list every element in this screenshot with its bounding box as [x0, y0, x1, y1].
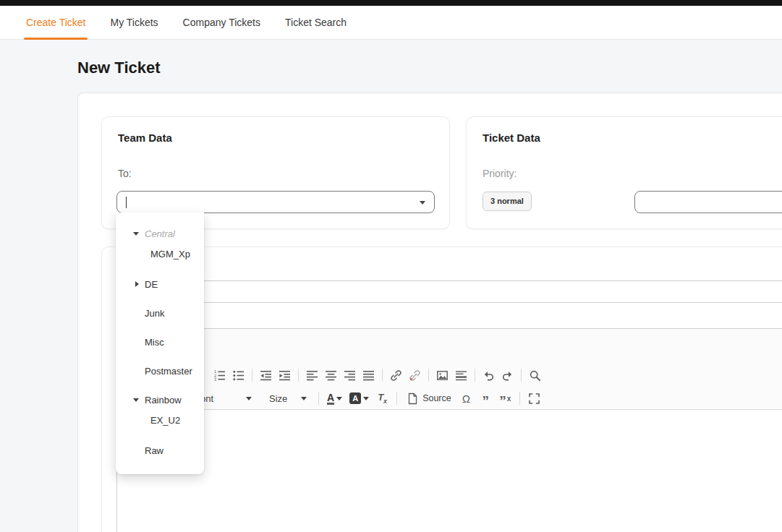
source-button[interactable]: Source — [403, 390, 455, 407]
main-nav: Create Ticket My Tickets Company Tickets… — [26, 6, 347, 39]
toolbar-separator — [298, 369, 299, 382]
maximize-icon[interactable] — [526, 390, 543, 407]
remove-quote-x: x — [507, 395, 511, 403]
redo-icon[interactable] — [499, 366, 516, 384]
remove-quote-button[interactable]: ”x — [497, 390, 514, 407]
text-color-icon: A — [327, 392, 334, 405]
remove-format-button[interactable]: Tx — [374, 390, 391, 407]
toolbar-separator — [521, 369, 522, 382]
toolbar-separator — [428, 369, 429, 382]
unlink-icon[interactable] — [407, 366, 423, 384]
background-color-button[interactable]: A — [347, 390, 371, 407]
outdent-icon[interactable] — [258, 366, 274, 384]
text-cursor — [126, 197, 127, 208]
tab-my-tickets[interactable]: My Tickets — [110, 17, 158, 28]
priority-value-chip[interactable]: 3 normal — [483, 192, 532, 211]
special-character-button[interactable]: Ω — [458, 390, 475, 407]
svg-text:3: 3 — [214, 377, 216, 381]
align-right-icon[interactable] — [341, 366, 358, 384]
bulleted-list-icon[interactable] — [230, 366, 247, 384]
numbered-list-icon[interactable]: 123 — [211, 366, 228, 384]
header: Create Ticket My Tickets Company Tickets… — [0, 6, 782, 40]
team-data-title: Team Data — [118, 132, 172, 144]
quote-icon: ” — [482, 392, 489, 405]
toolbar-separator — [519, 392, 520, 405]
toolbar-separator — [475, 369, 475, 382]
image-icon[interactable] — [434, 366, 451, 384]
size-select-label: Size — [269, 393, 287, 404]
chevron-down-icon — [336, 397, 342, 400]
subject-input[interactable] — [116, 280, 782, 303]
undo-icon[interactable] — [480, 366, 497, 384]
toolbar-separator — [252, 369, 252, 382]
chevron-down-icon — [301, 397, 307, 400]
tree-expanded-icon[interactable] — [133, 398, 139, 402]
tab-ticket-search[interactable]: Ticket Search — [285, 17, 347, 28]
ticket-data-card: Ticket Data Priority: 3 normal — [466, 116, 782, 229]
tab-create-ticket[interactable]: Create Ticket — [26, 17, 85, 28]
omega-icon: Ω — [462, 392, 470, 405]
toolbar-separator — [318, 392, 319, 405]
tree-collapsed-icon[interactable] — [135, 281, 139, 287]
topbar — [0, 0, 782, 6]
to-label: To: — [118, 168, 132, 179]
page-title: New Ticket — [77, 59, 161, 77]
link-icon[interactable] — [388, 366, 404, 384]
toolbar-separator — [382, 369, 383, 382]
editor-content-area[interactable] — [117, 411, 782, 532]
editor-toolbar: 123 — [117, 329, 782, 410]
chevron-down-icon — [420, 201, 425, 205]
content-panel: Team Data To: Ticket Data Priority: 3 no… — [77, 93, 782, 532]
toolbar-separator — [396, 392, 397, 405]
search-icon[interactable] — [527, 366, 543, 384]
screen: Create Ticket My Tickets Company Tickets… — [0, 0, 782, 532]
remove-format-icon: Tx — [378, 392, 387, 405]
ticket-data-title: Ticket Data — [483, 132, 540, 144]
chevron-down-icon — [246, 397, 252, 400]
background-color-icon: A — [349, 392, 361, 404]
horizontal-rule-icon[interactable] — [453, 366, 469, 384]
tree-expanded-icon[interactable] — [133, 232, 139, 236]
source-button-label: Source — [422, 393, 451, 403]
text-color-button[interactable]: A — [325, 390, 344, 407]
richtext-editor: 123 — [116, 328, 782, 532]
to-select[interactable] — [116, 191, 435, 213]
priority-label: Priority: — [483, 168, 517, 179]
align-left-icon[interactable] — [304, 366, 320, 384]
indent-icon[interactable] — [276, 366, 293, 384]
quote-button[interactable]: ” — [477, 390, 494, 407]
tab-company-tickets[interactable]: Company Tickets — [183, 17, 260, 28]
size-select[interactable]: Size — [262, 389, 313, 408]
to-dropdown-panel: Central MGM_Xp DE Junk Misc Postmaster R… — [116, 213, 204, 474]
chevron-down-icon — [363, 397, 369, 400]
source-document-icon — [407, 392, 419, 405]
toolbar-row-3: Font Size A A Tx — [182, 388, 543, 408]
quote-icon: ” — [499, 392, 506, 405]
align-justify-icon[interactable] — [360, 366, 377, 384]
toolbar-row-2: 123 — [211, 365, 543, 385]
ticket-data-field[interactable] — [634, 191, 782, 213]
align-center-icon[interactable] — [323, 366, 339, 384]
